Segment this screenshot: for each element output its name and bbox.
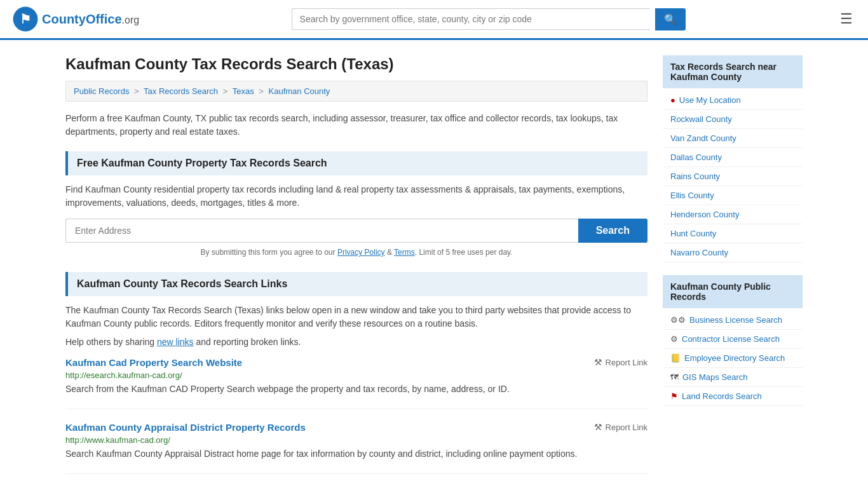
search-icon: 🔍 [664,14,677,25]
pin-icon: ⚑ [670,391,678,401]
breadcrumb-texas[interactable]: Texas [233,86,254,96]
nearby-county-link[interactable]: Rockwall County [670,114,732,124]
nearby-county-link[interactable]: Van Zandt County [670,133,736,143]
gear-icon: ⚙⚙ [670,315,686,325]
logo-icon: ⚑ [13,6,38,32]
reporting-text-end: and reporting broken links. [196,337,301,347]
page-title: Kaufman County Tax Records Search (Texas… [65,55,648,73]
nearby-section: Tax Records Search near Kaufman County ●… [663,55,803,262]
report-label: Report Link [606,358,648,367]
nearby-county-link[interactable]: Dallas County [670,152,722,162]
disclaimer-text: By submitting this form you agree to our [200,248,335,257]
property-search-button[interactable]: Search [578,219,648,243]
report-label: Report Link [606,423,648,432]
header-search-input[interactable] [292,8,650,30]
public-records-section: Kaufman County Public Records ⚙⚙ Busines… [663,275,803,406]
link-item-title[interactable]: Kaufman County Appraisal District Proper… [65,422,306,433]
nearby-county-item: Ellis County [663,186,803,205]
nearby-section-title: Tax Records Search near Kaufman County [663,55,803,88]
nearby-county-item: Dallas County [663,148,803,167]
nearby-county-link[interactable]: Navarro County [670,248,728,257]
nearby-county-link[interactable]: Rains County [670,172,720,181]
breadcrumb-public-records[interactable]: Public Records [74,86,129,96]
public-record-link[interactable]: Contractor License Search [682,334,780,344]
privacy-policy-link[interactable]: Privacy Policy [337,248,385,257]
form-disclaimer: By submitting this form you agree to our… [65,248,648,257]
nearby-county-item: Rockwall County [663,110,803,129]
link-item-url: http://www.kaufman-cad.org/ [65,435,648,445]
logo-text: CountyOffice.org [42,12,139,27]
link-item: Kaufman Cad Property Search Website ⚒ Re… [65,357,648,409]
public-records-section-title: Kaufman County Public Records [663,275,803,308]
breadcrumb: Public Records > Tax Records Search > Te… [65,81,648,102]
breadcrumb-sep-3: > [259,86,264,96]
nearby-county-item: Hunt County [663,224,803,243]
disclaimer-amp: & [387,248,394,257]
breadcrumb-sep-1: > [134,86,139,96]
link-item-description: Search Kaufman County Appraisal Distract… [65,447,648,461]
link-item-header: Kaufman Cad Property Search Website ⚒ Re… [65,357,648,368]
report-link-button[interactable]: ⚒ Report Link [594,422,648,432]
links-description: The Kaufman County Tax Records Search (T… [65,304,648,330]
use-my-location-item[interactable]: ● Use My Location [663,91,803,110]
breadcrumb-tax-records[interactable]: Tax Records Search [144,86,218,96]
property-search-section: Free Kaufman County Property Tax Records… [65,151,648,257]
link-item-title[interactable]: Kaufman Cad Property Search Website [65,357,242,368]
public-record-item: ⚑ Land Records Search [663,387,803,406]
property-search-header: Free Kaufman County Property Tax Records… [65,151,648,175]
content-area: Kaufman County Tax Records Search (Texas… [65,55,648,488]
map-icon: 🗺 [670,372,679,382]
location-pin-icon: ● [670,95,675,105]
address-input[interactable] [65,219,578,243]
link-item-description: Search from the Kaufman CAD Property Sea… [65,383,648,396]
public-record-item: 🗺 GIS Maps Search [663,368,803,387]
page-description: Perform a free Kaufman County, TX public… [65,112,648,139]
nearby-county-link[interactable]: Henderson County [670,210,739,219]
breadcrumb-kaufman-county[interactable]: Kaufman County [269,86,330,96]
link-item-header: Kaufman County Appraisal District Proper… [65,422,648,433]
book-icon: 📒 [670,353,681,363]
link-item-url: http://esearch.kaufman-cad.org/ [65,370,648,380]
public-record-link[interactable]: Land Records Search [682,391,762,401]
gear-icon: ⚙ [670,334,678,344]
share-text: Help others by sharing new links and rep… [65,337,648,347]
search-btn-label: Search [596,225,630,236]
link-item: Kaufman County Appraisal District Proper… [65,422,648,474]
hamburger-menu-button[interactable]: ☰ [837,8,855,30]
logo-area: ⚑ CountyOffice.org [13,6,139,32]
public-record-item: 📒 Employee Directory Search [663,349,803,368]
use-my-location-link[interactable]: Use My Location [679,95,741,105]
nearby-county-item: Navarro County [663,243,803,262]
wrench-icon: ⚒ [594,422,602,432]
breadcrumb-sep-2: > [223,86,228,96]
sidebar: Tax Records Search near Kaufman County ●… [663,55,803,488]
property-search-description: Find Kaufman County residential property… [65,183,648,210]
nearby-county-item: Henderson County [663,205,803,224]
public-record-link[interactable]: Employee Directory Search [684,353,785,363]
public-record-link[interactable]: GIS Maps Search [682,372,748,382]
public-record-item: ⚙⚙ Business License Search [663,311,803,330]
header-search-area: 🔍 [292,8,686,30]
links-section-header: Kaufman County Tax Records Search Links [65,272,648,296]
hamburger-icon: ☰ [840,11,853,27]
help-text: Help others by sharing [65,337,154,347]
header-search-button[interactable]: 🔍 [655,8,686,30]
public-record-link[interactable]: Business License Search [689,315,782,325]
wrench-icon: ⚒ [594,357,602,367]
nearby-county-item: Rains County [663,167,803,186]
nearby-county-link[interactable]: Ellis County [670,191,714,200]
links-section: Kaufman County Tax Records Search Links … [65,272,648,474]
limit-text: Limit of 5 free uses per day. [419,248,512,257]
public-record-item: ⚙ Contractor License Search [663,330,803,349]
nearby-county-item: Van Zandt County [663,129,803,148]
main-container: Kaufman County Tax Records Search (Texas… [53,40,815,488]
nearby-county-link[interactable]: Hunt County [670,229,716,238]
header: ⚑ CountyOffice.org 🔍 ☰ [0,0,868,40]
svg-text:⚑: ⚑ [20,12,31,26]
terms-link[interactable]: Terms [394,248,415,257]
report-link-button[interactable]: ⚒ Report Link [594,357,648,367]
address-form: Search [65,219,648,243]
new-links-link[interactable]: new links [157,337,194,347]
